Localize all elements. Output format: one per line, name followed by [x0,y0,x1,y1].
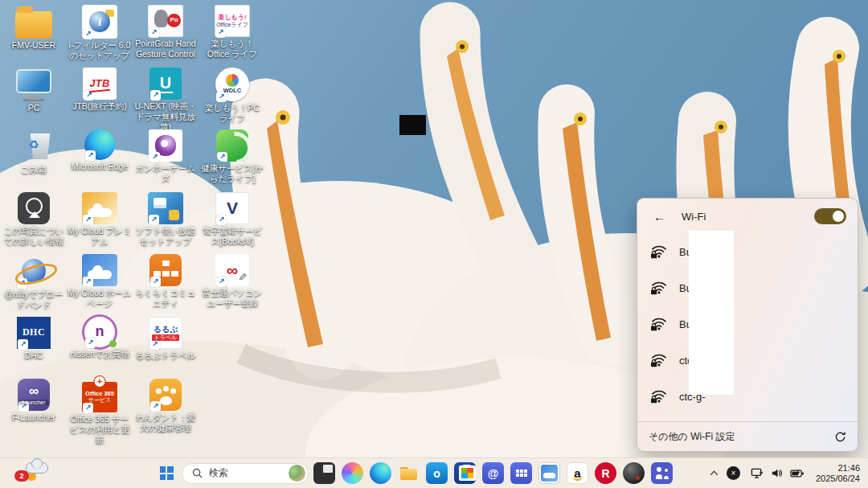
taskbar-app-edge[interactable] [366,459,395,487]
shortcut-arrow-icon [215,27,226,38]
wifi-flyout-panel: ← Wi-Fi Buffalo [637,198,858,452]
taskbar-app-teams[interactable] [648,459,676,487]
desktop-icon-label: ガンホーゲームズ [133,163,198,184]
wifi-network-row[interactable]: Buffalo [637,234,858,270]
wifi-network-row[interactable]: ctc-g- [637,342,858,379]
desktop-icon-image [216,129,248,162]
start-button[interactable] [153,460,180,486]
desktop-icon-image: 楽しもう! Officeライフ [215,5,250,37]
desktop-icon-label: F-Launcher [12,412,55,423]
desktop-icon-image [148,192,183,224]
taskbar-app-app-grid[interactable] [507,459,535,487]
more-wifi-settings-link[interactable]: その他の Wi-Fi 設定 [649,430,735,444]
desktop-icon-image: i [82,5,117,39]
desktop-icon-label: DHC [25,351,43,361]
wifi-toggle-switch[interactable] [814,208,846,224]
taskbar-apps: o @ a R [310,459,676,487]
taskbar-app-copilot[interactable] [338,459,366,487]
cloud-icon [26,462,48,474]
taskbar-app-my-cloud[interactable] [535,459,563,487]
desktop-icon-i-filter-setup[interactable]: i i-フィルター 6.0のセットアップ [68,5,132,61]
desktop-icon-f-launcher[interactable]: ∞ Launcher F-Launcher [2,379,66,423]
desktop-icon-rurubu[interactable]: るるぶ トラベル るるぶトラベル [133,317,198,361]
desktop-icon-image [82,254,117,286]
icon-glyph-secondary: WDLC [223,88,242,94]
wifi-network-row[interactable]: Buffalo [637,306,858,342]
shortcut-arrow-icon [150,277,161,287]
desktop-icon-image [16,254,51,288]
desktop-icon-recycle-bin[interactable]: ごみ箱 [2,129,66,175]
wifi-network-row[interactable]: Buffalo [637,270,858,306]
desktop-icon-label: FMV-USER [12,40,55,51]
desktop-icon-nissen[interactable]: n nissenでお買物 [68,317,132,359]
taskbar-app-nifty-mail[interactable]: @ [479,459,507,487]
desktop-icon-booksv[interactable]: V 電子書籍サービス[BooksV] [200,192,264,247]
icon-glyph: V [227,199,238,217]
desktop-icon-rakuraku[interactable]: らくらくコミュニティ [133,254,198,309]
taskbar-app-file-explorer[interactable] [395,459,423,487]
hidden-icons-chevron-icon[interactable] [706,470,723,476]
desktop-icon-office365-service[interactable]: Office 365 サービス Office 365 サービスの利用と更新 [68,379,132,445]
back-arrow-icon[interactable]: ← [649,208,670,225]
desktop-icon-spotlight-info[interactable]: この写真についての詳しい情報 [2,192,66,247]
desktop-icon-wandant[interactable]: わんダント：愛犬の健康管理 [133,379,198,433]
desktop-icon-office-life[interactable]: 楽しもう! Officeライフ 楽しもう！Office ライフ [200,5,264,59]
desktop-icon-label: JTB(旅行予約) [72,101,127,112]
desktop-icon-mycloud-home[interactable]: My Cloud ホームページ [68,254,132,309]
desktop-icon-pointgrab[interactable]: Po PointGrab Hand Gesture Control [133,5,198,59]
desktop-icon-label: i-フィルター 6.0のセットアップ [68,40,132,61]
desktop-icon-soft-houdai[interactable]: ソフト使い放題 セットアップ [133,192,198,247]
desktop-icon-ms-edge[interactable]: Microsoft Edge [68,129,132,172]
search-box[interactable]: 検索 [182,463,309,484]
wifi-header: ← Wi-Fi [637,199,858,234]
desktop-icon-pc[interactable]: PC [2,68,66,113]
desktop-icon-label: 電子書籍サービス[BooksV] [200,226,264,247]
taskbar-app-outlook[interactable]: o [423,459,451,487]
desktop-icon-mycloud-premium[interactable]: My Cloud プレミアム [68,192,132,247]
desktop-icon-label: ソフト使い放題 セットアップ [133,226,198,247]
taskbar-app-task-view[interactable] [310,459,338,487]
wifi-secured-icon [650,279,668,297]
desktop-icon-label: PointGrab Hand Gesture Control [133,39,198,59]
clock[interactable]: 21:46 2025/06/24 [811,463,866,484]
shortcut-arrow-icon [83,29,93,39]
desktop-icon-dhc[interactable]: DHC DHC [2,317,66,361]
desktop-icon-label: 健康サービス[からだライフ] [200,163,264,184]
taskbar-app-rakuten[interactable]: R [592,459,620,487]
tray-status-cluster[interactable] [744,461,811,486]
desktop-icon-u-next[interactable]: U U-NEXT (映画・ドラマ無料見放題) [133,68,198,132]
taskbar-app-amazon[interactable]: a [563,459,592,487]
desktop-icon-karada-life[interactable]: 健康サービス[からだライフ] [200,129,264,184]
desktop-icon-nifty-broadband[interactable]: @niftyでブロードバンド [2,254,66,310]
desktop-icon-label: @niftyでブロードバンド [2,289,66,310]
shortcut-arrow-icon [149,152,160,162]
widgets-weather-button[interactable]: 2 [6,460,45,486]
taskbar-app-microsoft-store[interactable] [451,459,479,487]
search-placeholder: 検索 [209,466,282,480]
desktop-icon-image [16,129,51,163]
windows-logo-icon [160,466,174,480]
desktop-icon-fmv-user[interactable]: FMV-USER [2,5,66,51]
desktop-icon-fujitsu-register[interactable]: ∞ 富士通パソコンユーザー登録 [200,254,264,309]
shortcut-arrow-icon [83,215,93,224]
desktop-icon-image [82,192,117,224]
censored-ssid-region [689,231,734,395]
wifi-footer: その他の Wi-Fi 設定 [637,421,858,451]
wifi-panel-title: Wi-Fi [682,211,706,223]
refresh-icon[interactable] [834,431,846,443]
desktop-icon-pc-life[interactable]: WDLC 楽しもう！PC ライフ [200,68,264,124]
system-tray: × 21:46 20 [706,458,866,488]
desktop-icon-label: 富士通パソコンユーザー登録 [200,288,264,309]
taskbar-app-app-dark[interactable] [620,459,648,487]
wifi-network-list: Buffalo Buffalo Buffalo [637,234,858,422]
desktop-icon-image: WDLC [215,68,249,101]
desktop-icon-image: ∞ [215,254,249,286]
wifi-network-row[interactable]: ctc-g- [637,379,858,415]
desktop-icon-jtb[interactable]: JTB JTB(旅行予約) [68,68,132,112]
desktop-icon-image: ∞ Launcher [18,379,50,411]
desktop-icon-image [149,254,182,286]
tray-app-x-icon[interactable]: × [723,466,744,480]
desktop-icon-gungho[interactable]: ガンホーゲームズ [133,129,198,184]
icon-glyph: Po [167,14,181,27]
desktop-icon-image [18,192,50,224]
